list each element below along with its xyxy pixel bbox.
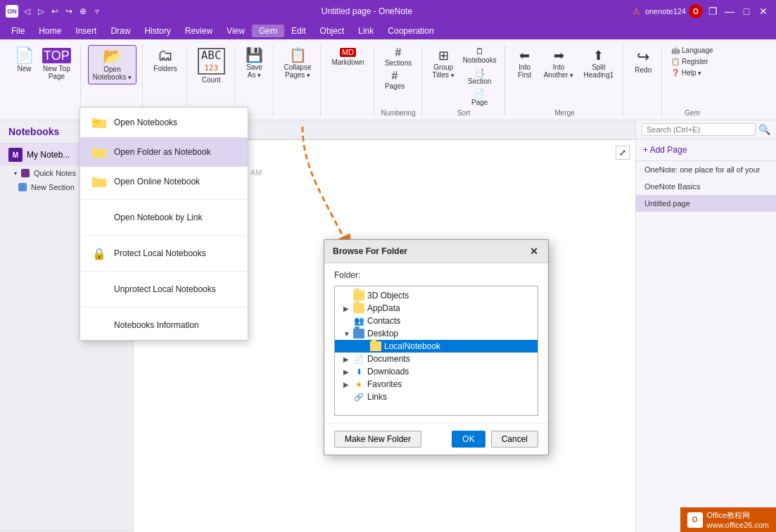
watermark: O Office教程网 www.office26.com [680,507,776,532]
warning-icon[interactable]: ⚠ [631,6,642,17]
tree-item-desktop[interactable]: ▼ Desktop [335,327,538,340]
tree-folder-3d [353,291,364,300]
tree-item-3d-objects[interactable]: 3D Objects [335,289,538,302]
user-avatar[interactable]: O [689,4,703,18]
save-as-button[interactable]: 💾 SaveAs ▾ [242,45,267,82]
menu-gem[interactable]: Gem [252,25,284,37]
register-button[interactable]: 📋 Register [669,56,710,67]
markdown-button[interactable]: MD Markdown [328,45,367,69]
dropdown-divider-3 [80,271,248,272]
menu-link[interactable]: Link [351,25,381,37]
section-sort-button[interactable]: 📑 Section [461,66,499,87]
sections-button[interactable]: # Sections [383,45,414,68]
tree-item-downloads[interactable]: ▶ ⬇ Downloads [335,365,538,378]
into-first-label: Into First [518,63,531,79]
expand-button[interactable]: ⤢ [616,146,630,160]
search-input[interactable] [642,123,756,136]
dropdown-notebooks-information[interactable]: Notebooks Information [80,310,248,340]
new-top-page-button[interactable]: TOP New Top Page [39,45,75,83]
help-button[interactable]: ❓ Help ▾ [669,68,704,78]
sections-icon: # [395,46,402,59]
save-as-label: SaveAs ▾ [246,63,262,79]
menu-cooperation[interactable]: Cooperation [381,25,440,37]
notebooks-sort-icon: 🗒 [476,46,484,56]
pages-button[interactable]: # Pages [383,68,407,91]
menu-edit[interactable]: Edit [284,25,313,37]
tree-item-appdata[interactable]: ▶ AppData [335,302,538,315]
forward-icon[interactable]: ▷ [35,6,46,17]
redo-button[interactable]: ↪ Redo [630,45,656,77]
dropdown-protect-local[interactable]: 🔒 Protect Local Notebooks [80,239,248,268]
into-first-icon: ⬅ [519,48,530,63]
maximize-btn[interactable]: □ [739,4,753,18]
new-button[interactable]: 📄 New [11,45,37,75]
notebooks-sort-button[interactable]: 🗒 Notebooks [461,45,499,65]
svg-rect-2 [92,118,97,121]
redo-small-icon[interactable]: ↪ [63,6,75,17]
notebook-label: My Noteb... [27,150,70,160]
quick-notes-section-label: Quick Notes [34,169,76,177]
open-notebooks-dropdown: Open Notebooks Open Folder as Notebook O… [79,107,248,341]
page-list-item-1[interactable]: OneNote Basics [636,178,776,195]
collapse-pages-button[interactable]: 📋 CollapsePages ▾ [281,45,315,82]
markdown-icon: MD [340,48,356,57]
dropdown-open-folder-as-notebook[interactable]: Open Folder as Notebook [80,137,248,167]
make-new-folder-button[interactable]: Make New Folder [334,431,421,448]
tree-item-links[interactable]: 🔗 Links [335,391,538,403]
menu-history[interactable]: History [137,25,177,37]
sections-label: Sections [385,59,412,67]
share-icon[interactable]: ⊕ [77,6,89,17]
menu-review[interactable]: Review [178,25,220,37]
folders-button[interactable]: 🗂 Folders [150,45,180,75]
tree-item-favorites[interactable]: ▶ ★ Favorites [335,378,538,391]
back-icon[interactable]: ◁ [21,6,32,17]
menu-file[interactable]: File [4,25,32,37]
folder-tree[interactable]: 3D Objects ▶ AppData 👥 Contacts ▼ Deskto… [334,286,538,416]
tree-item-contacts[interactable]: 👥 Contacts [335,315,538,327]
menu-insert[interactable]: Insert [68,25,103,37]
undo-icon[interactable]: ↩ [49,6,61,17]
page-list-item-2[interactable]: Untitled page [636,195,776,212]
more-icon[interactable]: ▿ [91,6,103,17]
folders-label: Folders [153,65,177,72]
ribbon-group-sort: ⊞ Group Titles ▾ 🗒 Notebooks 📑 Section 📄… [424,45,505,117]
open-notebooks-button[interactable]: 📂 OpenNotebooks ▾ [88,45,137,84]
menu-draw[interactable]: Draw [103,25,137,37]
menu-home[interactable]: Home [32,25,68,37]
downloads-icon: ⬇ [353,367,364,376]
sort-label: Sort [457,109,470,117]
cancel-button[interactable]: Cancel [491,431,538,448]
split-heading-button[interactable]: ⬆ Split Heading1 [580,45,617,82]
ok-button[interactable]: OK [452,431,485,448]
page-list-item-0[interactable]: OneNote: one place for all of your [636,161,776,178]
language-button[interactable]: 🤖 Language [669,45,715,56]
ribbon-group-count-items: ABC123 Count [194,45,229,117]
close-btn[interactable]: ✕ [756,4,770,18]
dropdown-divider-4 [80,307,248,308]
dialog-close-button[interactable]: ✕ [528,246,540,257]
dropdown-open-notebooks[interactable]: Open Notebooks [80,108,248,137]
tree-item-localnotebook[interactable]: LocalNotebook [335,340,538,353]
tree-label-favorites: Favorites [367,379,402,389]
dropdown-unprotect-local[interactable]: Unprotect Local Notebooks [80,274,248,304]
language-icon: 🤖 Language [671,46,713,54]
page-sort-button[interactable]: 📄 Page [461,87,499,108]
tree-chevron-downloads: ▶ [343,368,350,376]
search-button[interactable]: 🔍 [758,124,770,135]
window-tile-btn[interactable]: ❐ [706,4,720,18]
add-page-button[interactable]: + Add Page [636,139,776,161]
count-button[interactable]: ABC123 Count [194,45,229,87]
minimize-btn[interactable]: — [723,4,737,18]
into-another-button[interactable]: ➡ Into Another ▾ [540,45,578,82]
menu-view[interactable]: View [220,25,252,37]
tree-item-documents[interactable]: ▶ 📄 Documents [335,353,538,365]
dropdown-open-online-notebook[interactable]: Open Online Notebook [80,167,248,196]
menu-object[interactable]: Object [313,25,352,37]
group-titles-button[interactable]: ⊞ Group Titles ▾ [429,45,458,82]
dropdown-open-notebook-by-link[interactable]: Open Notebook by Link [80,203,248,232]
window-title: Untitled page - OneNote [103,6,631,16]
split-heading-label: Split Heading1 [583,63,613,79]
into-first-button[interactable]: ⬅ Into First [512,45,538,82]
watermark-site: Office教程网 [707,510,769,521]
page-sort-icon: 📄 [474,89,485,99]
